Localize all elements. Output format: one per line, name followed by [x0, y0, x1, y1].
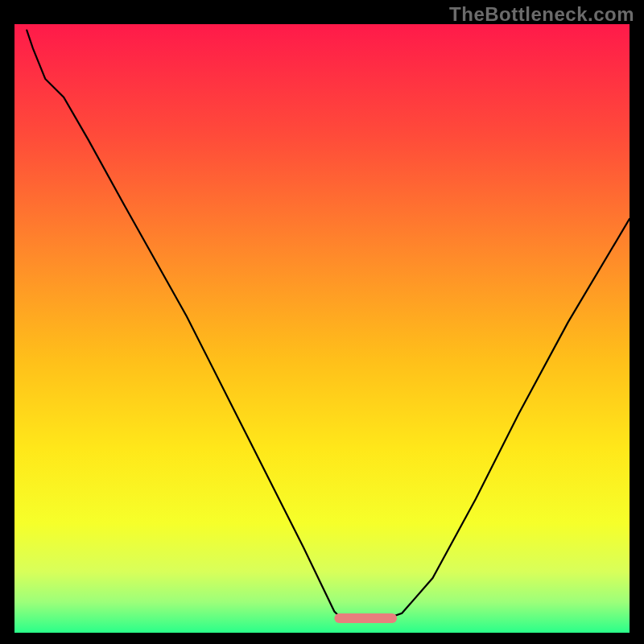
gradient-rect: [14, 24, 630, 633]
stage: TheBottleneck.com: [0, 0, 644, 644]
plot-area: [14, 24, 630, 633]
plot-svg: [14, 24, 630, 633]
watermark-text: TheBottleneck.com: [449, 3, 634, 26]
